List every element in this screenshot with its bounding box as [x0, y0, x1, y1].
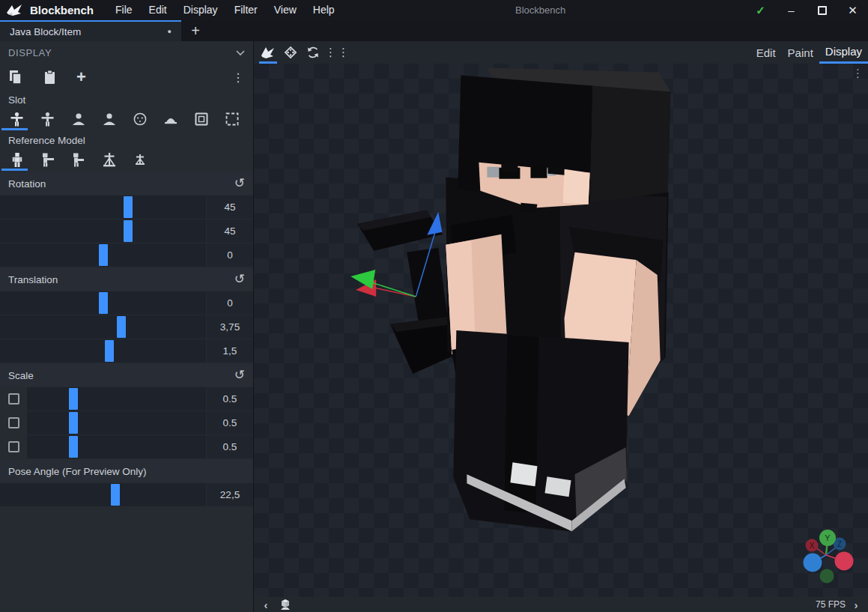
menu-help[interactable]: Help — [305, 0, 343, 20]
reset-icon[interactable]: ↺ — [234, 369, 245, 381]
panel-title: DISPLAY — [8, 47, 52, 58]
menu-view[interactable]: View — [266, 0, 305, 20]
slider-value[interactable]: 0.5 — [207, 435, 253, 458]
slider-track[interactable] — [27, 411, 206, 434]
rotate-tool[interactable] — [302, 41, 324, 64]
slot-fixed-frame[interactable] — [186, 109, 216, 129]
slot-thirdperson-right[interactable] — [1, 109, 32, 129]
reset-icon[interactable]: ↺ — [234, 273, 245, 285]
slider-row: 22,5 — [0, 483, 253, 506]
maximize-button[interactable] — [807, 0, 837, 20]
slider-handle[interactable] — [69, 388, 78, 410]
add-preset-button[interactable]: + — [76, 70, 86, 85]
viewport-toolbar: ⋮ ⋮ Edit Paint Display — [254, 41, 868, 64]
transform-gizmo-tool[interactable] — [257, 41, 279, 64]
ref-armor-stand-small[interactable] — [124, 150, 155, 169]
nav-negz-ball[interactable] — [835, 552, 854, 571]
slider-track[interactable] — [0, 483, 206, 506]
display-panel: DISPLAY + ⋮ Slot — [0, 41, 254, 612]
slider-handle[interactable] — [105, 340, 114, 362]
slider-track[interactable] — [0, 219, 206, 243]
menu-filter[interactable]: Filter — [226, 0, 266, 20]
ref-player[interactable] — [1, 150, 32, 169]
viewport-corner-kebab-icon[interactable]: ⋮ — [852, 67, 864, 80]
minimize-button[interactable]: – — [776, 0, 807, 20]
new-tab-button[interactable]: + — [181, 20, 210, 41]
reset-icon[interactable]: ↺ — [234, 178, 245, 190]
slider-value[interactable]: 0.5 — [207, 387, 253, 410]
copy-button[interactable] — [9, 70, 23, 85]
slot-label: Slot — [0, 90, 253, 109]
slot-thirdperson-left[interactable] — [32, 109, 63, 129]
slider-value[interactable]: 0 — [207, 291, 253, 315]
axis-checkbox[interactable] — [0, 387, 27, 410]
slider-value[interactable]: 22,5 — [207, 483, 253, 506]
slider-handle[interactable] — [124, 196, 133, 218]
close-button[interactable]: ✕ — [837, 0, 868, 20]
slider-track[interactable] — [0, 243, 206, 267]
slider-track[interactable] — [0, 315, 206, 339]
nav-negy-ball[interactable] — [820, 569, 834, 584]
nav-negx-ball[interactable] — [804, 554, 822, 572]
toolbar-kebab-icon[interactable]: ⋮ — [324, 41, 337, 64]
3d-canvas[interactable]: ⋮ X Z Y — [254, 64, 868, 597]
slider-row: 0.5 — [0, 435, 253, 458]
slot-head[interactable] — [124, 109, 155, 129]
player-pedestal-icon[interactable] — [279, 599, 291, 611]
slider-track[interactable] — [0, 291, 206, 315]
slot-firstperson-right[interactable] — [63, 109, 94, 129]
panel-header[interactable]: DISPLAY — [0, 41, 253, 64]
slider-track[interactable] — [0, 196, 206, 219]
menu-display[interactable]: Display — [175, 0, 226, 20]
slider-value[interactable]: 45 — [207, 219, 253, 243]
slot-firstperson-left[interactable] — [94, 109, 124, 129]
ref-zombie[interactable] — [32, 150, 63, 169]
slider-handle[interactable] — [69, 436, 78, 458]
slider-value[interactable]: 0 — [207, 243, 253, 267]
orientation-gizmo[interactable]: X Z Y — [793, 521, 859, 587]
pivot-tool[interactable] — [279, 41, 302, 64]
menu-file[interactable]: File — [107, 0, 141, 20]
slider-value[interactable]: 0.5 — [207, 411, 253, 434]
section-header-pose: Pose Angle (For Preview Only) — [0, 460, 253, 482]
slider-value[interactable]: 1,5 — [207, 339, 253, 363]
slider-handle[interactable] — [111, 484, 120, 506]
viewport: ⋮ ⋮ Edit Paint Display — [254, 41, 868, 612]
paste-button[interactable] — [43, 70, 56, 85]
slider-handle[interactable] — [69, 412, 78, 434]
next-angle-button[interactable]: › — [850, 599, 862, 611]
toolbar-kebab2-icon[interactable]: ⋮ — [337, 41, 350, 64]
slider-row: 1,5 — [0, 339, 253, 363]
slider-track[interactable] — [27, 387, 206, 410]
slider-handle[interactable] — [99, 244, 108, 266]
mode-edit[interactable]: Edit — [750, 41, 782, 64]
ref-armor-stand-pose[interactable] — [63, 150, 94, 169]
ref-armor-stand[interactable] — [94, 150, 124, 169]
mode-display[interactable]: Display — [819, 41, 868, 64]
mode-paint[interactable]: Paint — [782, 41, 819, 64]
slider-handle[interactable] — [99, 292, 108, 314]
prev-angle-button[interactable]: ‹ — [260, 599, 272, 611]
axis-checkbox[interactable] — [0, 411, 27, 434]
slider-value[interactable]: 3,75 — [207, 315, 253, 339]
slider-handle[interactable] — [117, 316, 126, 338]
slider-value[interactable]: 45 — [207, 196, 253, 219]
slider-row: 45 — [0, 196, 253, 219]
slider-track[interactable] — [0, 339, 206, 363]
slider-handle[interactable] — [124, 220, 133, 242]
panel-clipboard-row: + ⋮ — [0, 64, 253, 90]
slot-icon-row — [0, 109, 253, 130]
confirm-check-icon[interactable]: ✓ — [745, 0, 776, 20]
axis-checkbox[interactable] — [0, 435, 27, 458]
panel-menu-kebab-icon[interactable]: ⋮ — [232, 70, 244, 85]
slider-track[interactable] — [27, 435, 206, 458]
chevron-down-icon — [236, 50, 245, 56]
tab-label: Java Block/Item — [10, 26, 81, 37]
slot-gui[interactable] — [216, 109, 247, 129]
slot-ground[interactable] — [155, 109, 186, 129]
reference-model-label: Reference Model — [0, 130, 253, 150]
menu-edit[interactable]: Edit — [141, 0, 175, 20]
section-header-rotation: Rotation↺ — [0, 172, 253, 195]
slider-row: 0.5 — [0, 411, 253, 434]
tab-java-block-item[interactable]: Java Block/Item ● — [0, 20, 181, 41]
